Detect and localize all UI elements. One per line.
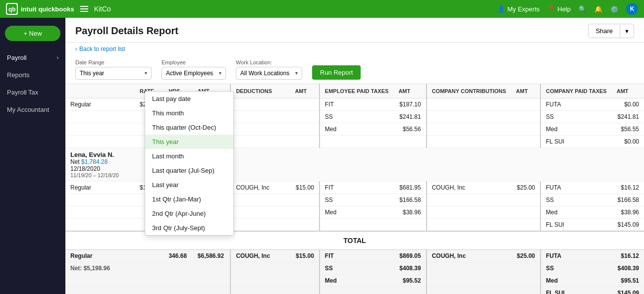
content-header: Payroll Details Report Share ▼ xyxy=(65,18,644,43)
page-title: Payroll Details Report xyxy=(75,25,178,37)
sidebar-item-payroll-tax[interactable]: Payroll Tax xyxy=(0,84,65,101)
hamburger-menu[interactable] xyxy=(80,6,88,12)
employee-select[interactable]: Active Employees xyxy=(161,67,226,80)
sidebar-item-reports[interactable]: Reports xyxy=(0,66,65,84)
employee-label: Employee xyxy=(161,59,226,65)
dropdown-option-this-quarter[interactable]: This quarter (Oct-Dec) xyxy=(145,120,233,135)
search-icon: 🔍 xyxy=(579,5,587,13)
work-location-filter: Work Location: All Work Locations xyxy=(236,59,302,80)
run-report-button[interactable]: Run Report xyxy=(312,65,361,80)
col-emp-taxes: EMPLOYEE PAID TAXES xyxy=(320,84,394,98)
col-amt2: AMT xyxy=(290,84,319,98)
sidebar-item-payroll[interactable]: Payroll › xyxy=(0,49,65,66)
sidebar-item-label: Reports xyxy=(7,71,30,79)
sidebar-item-my-accountant[interactable]: My Accountant xyxy=(0,101,65,118)
top-nav-left: qb intuit quickbooks KitCo xyxy=(6,3,111,15)
logo: qb intuit quickbooks xyxy=(6,3,74,15)
dropdown-option-q3[interactable]: 3rd Qtr (July-Sept) xyxy=(145,221,233,235)
search-btn[interactable]: 🔍 xyxy=(579,5,587,13)
share-main-button[interactable]: Share xyxy=(589,24,620,38)
filters-bar: Date Range Last pay date This month This… xyxy=(65,55,644,84)
logo-text: intuit quickbooks xyxy=(21,5,74,13)
col-deductions: DEDUCTIONS xyxy=(230,84,290,98)
work-location-select[interactable]: All Work Locations xyxy=(236,67,302,80)
share-button-group: Share ▼ xyxy=(588,24,634,38)
dropdown-option-last-pay-date[interactable]: Last pay date xyxy=(145,92,233,106)
back-to-report-list[interactable]: ‹ Back to report list xyxy=(65,43,644,55)
company-name: KitCo xyxy=(94,5,111,13)
settings-btn[interactable]: ⚙️ xyxy=(610,5,618,13)
top-nav: qb intuit quickbooks KitCo 👤 My Experts … xyxy=(0,0,644,18)
employee-filter: Employee Active Employees xyxy=(161,59,226,80)
content-area: Payroll Details Report Share ▼ ‹ Back to… xyxy=(65,18,644,294)
work-location-label: Work Location: xyxy=(236,59,302,65)
employee-select-wrapper: Active Employees xyxy=(161,67,226,80)
bell-icon: 🔔 xyxy=(594,5,602,13)
dropdown-option-q2[interactable]: 2nd Qtr (Apr-June) xyxy=(145,206,233,221)
sidebar-item-label: My Accountant xyxy=(7,106,49,113)
dropdown-option-this-month[interactable]: This month xyxy=(145,106,233,120)
date-range-dropdown: Last pay date This month This quarter (O… xyxy=(145,91,234,236)
chevron-right-icon: › xyxy=(57,55,58,60)
gear-icon: ⚙️ xyxy=(610,5,618,13)
help-btn[interactable]: ❓ Help xyxy=(547,5,571,13)
work-location-select-wrapper: All Work Locations xyxy=(236,67,302,80)
dropdown-option-this-year[interactable]: This year xyxy=(145,135,233,149)
chevron-left-icon: ‹ xyxy=(75,46,77,52)
dropdown-option-last-year[interactable]: Last year xyxy=(145,178,233,192)
total-row: Regular 346.68 $6,586.92 COUGH, Inc $15.… xyxy=(65,250,644,262)
dropdown-option-last-month[interactable]: Last month xyxy=(145,149,233,163)
date-range-select-wrapper: Last pay date This month This quarter (O… xyxy=(75,67,152,80)
dropdown-option-last-quarter[interactable]: Last quarter (Jul-Sep) xyxy=(145,163,233,178)
sidebar: + New Payroll › Reports Payroll Tax My A… xyxy=(0,18,65,294)
main-layout: + New Payroll › Reports Payroll Tax My A… xyxy=(0,18,644,294)
employee-net-link[interactable]: $1,784.28 xyxy=(81,158,107,165)
date-range-select[interactable]: Last pay date This month This quarter (O… xyxy=(75,67,152,80)
quickbooks-logo-icon: qb xyxy=(6,3,18,15)
col-employee xyxy=(65,84,135,98)
total-row: Med $95.52 Med $95.51 xyxy=(65,275,644,287)
total-row: FL SUI $145.09 xyxy=(65,287,644,294)
sidebar-item-label: Payroll Tax xyxy=(7,89,38,96)
user-icon: 👤 xyxy=(497,5,505,13)
user-avatar[interactable]: K xyxy=(626,3,638,15)
help-icon: ❓ xyxy=(547,5,555,13)
svg-text:qb: qb xyxy=(8,6,16,13)
top-nav-right: 👤 My Experts ❓ Help 🔍 🔔 ⚙️ K xyxy=(497,3,638,15)
col-company-contrib: COMPANY CONTRIBUTIONS xyxy=(427,84,511,98)
col-amt4: AMT xyxy=(511,84,540,98)
share-dropdown-arrow[interactable]: ▼ xyxy=(620,25,634,37)
date-range-label: Date Range xyxy=(75,59,152,65)
sidebar-item-label: Payroll xyxy=(7,54,27,61)
notifications-btn[interactable]: 🔔 xyxy=(594,5,602,13)
dropdown-option-q1[interactable]: 1st Qtr (Jan-Mar) xyxy=(145,192,233,206)
col-amt5: AMT xyxy=(612,84,644,98)
total-row: Net: $5,198.96 SS $408.39 SS $408.39 xyxy=(65,262,644,275)
date-range-filter: Date Range Last pay date This month This… xyxy=(75,59,152,80)
col-amt3: AMT xyxy=(393,84,426,98)
my-experts-btn[interactable]: 👤 My Experts xyxy=(497,5,539,13)
col-company-taxes: COMPANY PAID TAXES xyxy=(540,84,612,98)
new-button[interactable]: + New xyxy=(5,26,60,41)
